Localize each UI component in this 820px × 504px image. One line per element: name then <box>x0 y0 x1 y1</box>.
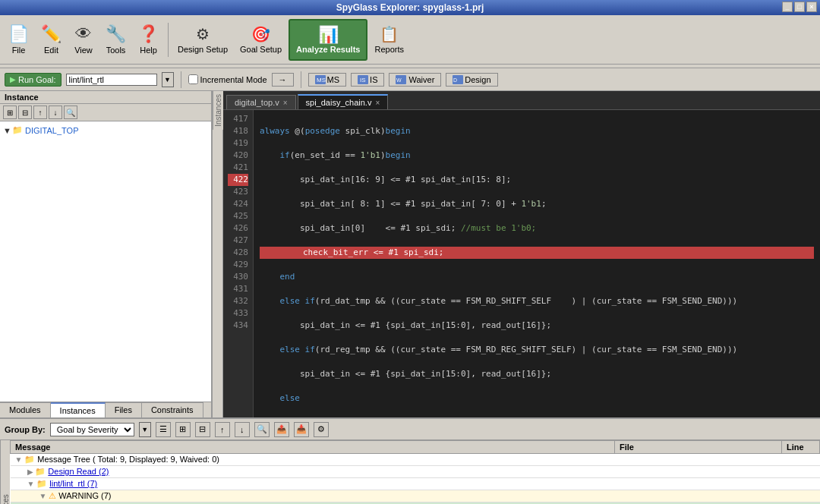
reports-button[interactable]: 📋 Reports <box>369 19 409 61</box>
goal-setup-label: Goal Setup <box>240 45 282 54</box>
analyze-icon: 📊 <box>318 25 339 45</box>
view-menu[interactable]: 👁 View <box>68 19 99 61</box>
tab-constraints[interactable]: Constraints <box>142 402 203 417</box>
waiver-icon: W <box>396 75 406 84</box>
edit-menu[interactable]: ✏️ Edit <box>36 19 67 61</box>
close-digital-top-icon[interactable]: × <box>283 99 288 107</box>
ms-label: MS <box>327 75 340 84</box>
close-button[interactable]: × <box>806 2 817 12</box>
separator1 <box>168 23 169 57</box>
help-label: Help <box>140 46 157 55</box>
help-menu[interactable]: ❓ Help <box>133 19 164 61</box>
folder-icon: 📁 <box>12 125 23 135</box>
tools-label: Tools <box>106 46 126 55</box>
warning-file <box>615 490 782 502</box>
run-goal-button[interactable]: ▶ Run Goal: <box>5 73 62 87</box>
expand-icon: ▼ <box>15 455 25 464</box>
app-title: SpyGlass Explorer: spyglass-1.prj <box>336 2 484 13</box>
folder-icon: 📁 <box>24 455 37 464</box>
ms-button[interactable]: MS MS <box>308 73 347 87</box>
design-read-line <box>782 466 820 478</box>
toolbar-icon-5[interactable]: 🔍 <box>64 106 77 119</box>
is-button[interactable]: IS IS <box>351 73 384 87</box>
incremental-mode-checkbox[interactable] <box>188 74 198 84</box>
line-numbers: 417 418 419 420 421 422 423 424 425 426 … <box>223 110 254 417</box>
maximize-button[interactable]: □ <box>794 2 805 12</box>
bottom-icon-1[interactable]: ☰ <box>156 422 171 437</box>
window-controls: _ □ × <box>782 2 817 12</box>
msg-tree-file <box>615 454 782 466</box>
table-header: Message File Line <box>11 441 820 454</box>
menu-bar: 📄 File ✏️ Edit 👁 View 🔧 Tools ❓ Help ⚙ D… <box>0 15 820 68</box>
goal-setup-icon: 🎯 <box>251 25 270 43</box>
tree-node-label: DIGITAL_TOP <box>25 126 79 135</box>
code-panel: digital_top.v × spi_daisy_chain.v × 417 … <box>223 91 820 417</box>
group-by-dropdown[interactable]: ▼ <box>139 422 151 437</box>
design-read-text[interactable]: Design Read (2) <box>48 467 109 476</box>
table-row[interactable]: ▶ 📁 Design Read (2) <box>11 466 820 478</box>
toolbar-icon-2[interactable]: ⊟ <box>18 106 32 119</box>
line-col-header: Line <box>782 441 820 454</box>
toolbar-icon-4[interactable]: ↓ <box>49 106 62 119</box>
view-label: View <box>74 46 93 55</box>
expand-icon: ▼ <box>3 126 12 135</box>
warning-icon: ⚠ <box>49 491 58 500</box>
tab-instances[interactable]: Instances <box>51 402 106 417</box>
view-icon: 👁 <box>75 24 92 44</box>
file-menu[interactable]: 📄 File <box>3 19 34 61</box>
toolbar-icon-3[interactable]: ↑ <box>33 106 47 119</box>
lint-rtl-text[interactable]: lint/lint_rtl (7) <box>49 479 97 488</box>
run-goal-input[interactable] <box>66 74 157 86</box>
lint-rtl-line <box>782 478 820 490</box>
run-goal-bar: ▶ Run Goal: ▼ Incremental Mode → MS MS I… <box>0 68 820 91</box>
msg-tree-text: Message Tree ( Total: 9, Displayed: 9, W… <box>37 455 219 464</box>
design-read-cell: ▶ 📁 Design Read (2) <box>11 466 615 478</box>
tab-modules[interactable]: Modules <box>0 402 51 417</box>
lint-rtl-cell: ▼ 📁 lint/lint_rtl (7) <box>11 478 615 490</box>
bottom-icon-4[interactable]: ↑ <box>215 422 230 437</box>
bottom-icon-6[interactable]: 📤 <box>274 422 289 437</box>
code-content: always @(posedge spi_clk)begin if(en_set… <box>254 110 820 417</box>
arrow-button[interactable]: → <box>272 73 294 87</box>
play-icon: ▶ <box>10 75 16 83</box>
tree-item-digital-top[interactable]: ▼ 📁 DIGITAL_TOP <box>3 124 208 136</box>
svg-text:IS: IS <box>360 77 366 83</box>
message-table: Message File Line ▼ 📁 M <box>10 440 820 504</box>
tab-files[interactable]: Files <box>106 402 142 417</box>
msg-tree-line <box>782 454 820 466</box>
bottom-icon-7[interactable]: 📥 <box>294 422 309 437</box>
toolbar-icon-1[interactable]: ⊞ <box>3 106 17 119</box>
table-row[interactable]: ▼ 📁 lint/lint_rtl (7) <box>11 478 820 490</box>
filter-icon[interactable]: 🔍 <box>254 422 270 437</box>
waiver-button[interactable]: W Waiver <box>389 73 441 87</box>
expand-icon: ▼ <box>39 492 49 500</box>
design-setup-button[interactable]: ⚙ Design Setup <box>172 19 233 61</box>
bottom-panel: Group By: Goal by Severity Severity Rule… <box>0 417 820 504</box>
bottom-icon-8[interactable]: ⚙ <box>314 422 329 437</box>
run-goal-dropdown[interactable]: ▼ <box>162 72 174 87</box>
separator2 <box>181 71 181 88</box>
close-spi-icon[interactable]: × <box>375 99 380 107</box>
code-tab-digital-top[interactable]: digital_top.v × <box>226 95 296 109</box>
separator3 <box>301 71 301 88</box>
bottom-side-label: Instances <box>0 440 10 504</box>
table-row[interactable]: ▼ 📁 Message Tree ( Total: 9, Displayed: … <box>11 454 820 466</box>
instance-tree: ▼ 📁 DIGITAL_TOP <box>0 121 211 402</box>
bottom-icon-3[interactable]: ⊟ <box>195 422 210 437</box>
minimize-button[interactable]: _ <box>782 2 793 12</box>
code-tab-spi[interactable]: spi_daisy_chain.v × <box>298 94 389 109</box>
bottom-icon-5[interactable]: ↓ <box>235 422 250 437</box>
analyze-results-button[interactable]: 📊 Analyze Results <box>289 19 367 61</box>
instance-label: Instance <box>5 93 39 102</box>
design-setup-label: Design Setup <box>178 45 228 54</box>
table-row[interactable]: ▼ ⚠ WARNING (7) <box>11 490 820 502</box>
ms-icon: MS <box>315 75 326 84</box>
design-setup-icon: ⚙ <box>196 25 210 43</box>
edit-icon: ✏️ <box>41 24 62 44</box>
goal-setup-button[interactable]: 🎯 Goal Setup <box>235 19 287 61</box>
group-by-select[interactable]: Goal by Severity Severity Rule <box>50 423 134 436</box>
tools-menu[interactable]: 🔧 Tools <box>100 19 131 61</box>
design-button[interactable]: D Design <box>446 73 497 87</box>
indent <box>15 491 39 500</box>
bottom-icon-2[interactable]: ⊞ <box>175 422 191 437</box>
